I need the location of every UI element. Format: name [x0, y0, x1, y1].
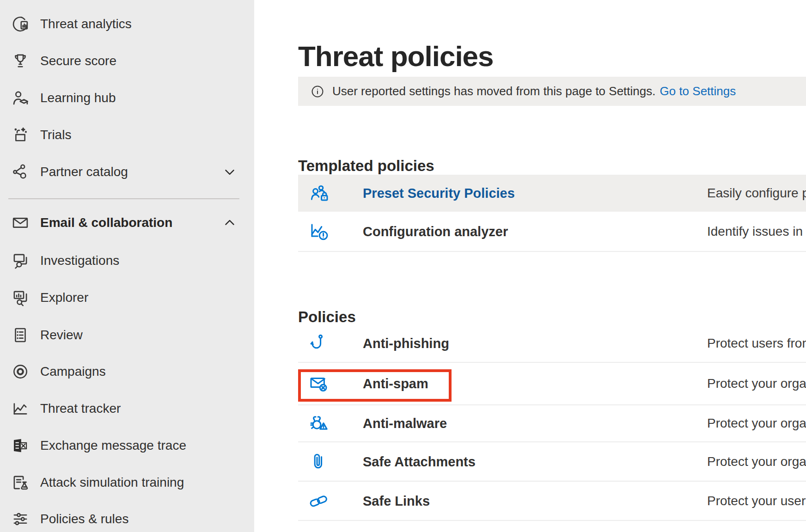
sidebar-item-label: Campaigns [40, 364, 106, 379]
sidebar-item-learning-hub[interactable]: Learning hub [0, 79, 254, 116]
sidebar-item-review[interactable]: Review [0, 317, 254, 354]
row-description: Protect your organiz [707, 376, 806, 391]
sidebar-item-label: Attack simulation training [40, 475, 184, 490]
banner-message: User reported settings has moved from th… [332, 84, 655, 98]
sidebar-divider [8, 198, 239, 199]
anti-malware-label[interactable]: Anti-malware [363, 416, 447, 431]
row-safe-attachments[interactable]: Safe Attachments Protect your organiz [298, 442, 806, 482]
anti-spam-label[interactable]: Anti-spam [363, 376, 428, 391]
explorer-icon [10, 287, 31, 308]
sidebar-item-campaigns[interactable]: Campaigns [0, 353, 254, 390]
sidebar-item-label: Threat tracker [40, 401, 121, 416]
row-anti-malware[interactable]: Anti-malware Protect your organiz [298, 405, 806, 442]
configuration-analyzer-label[interactable]: Configuration analyzer [363, 224, 508, 239]
policies-heading: Policies [298, 308, 356, 326]
sidebar-item-exchange-message-trace[interactable]: Exchange message trace [0, 427, 254, 464]
trophy-icon [10, 51, 31, 71]
exchange-icon [10, 435, 31, 456]
chevron-down-icon[interactable] [222, 164, 238, 180]
sidebar-item-label: Explorer [40, 290, 88, 305]
campaigns-icon [10, 361, 31, 382]
safe-links-label[interactable]: Safe Links [363, 493, 430, 508]
sidebar-group-label: Email & collaboration [40, 215, 172, 230]
row-anti-phishing[interactable]: Anti-phishing Protect users from p [298, 325, 806, 363]
row-description: Protect your organiz [707, 454, 806, 469]
sidebar-item-attack-simulation-training[interactable]: Attack simulation training [0, 464, 254, 501]
anti-phishing-label[interactable]: Anti-phishing [363, 336, 449, 351]
sidebar-item-threat-tracker[interactable]: Threat tracker [0, 390, 254, 427]
sidebar-item-policies-and-rules[interactable]: Policies & rules [0, 501, 254, 532]
sidebar-item-trials[interactable]: Trials [0, 116, 254, 153]
learning-hub-icon [10, 88, 31, 108]
row-description: Easily configure prot [707, 186, 806, 201]
safe-links-icon [308, 490, 330, 512]
sliders-icon [10, 509, 31, 529]
attack-simulation-icon [10, 472, 31, 493]
sidebar-item-label: Review [40, 328, 83, 342]
sidebar-item-label: Investigations [40, 253, 119, 268]
sidebar-item-explorer[interactable]: Explorer [0, 279, 254, 316]
investigations-icon [10, 251, 31, 271]
info-icon [310, 84, 325, 99]
sidebar-item-threat-analytics[interactable]: Threat analytics [0, 6, 254, 43]
row-description: Protect your users fr [707, 494, 806, 508]
sidebar-item-label: Learning hub [40, 91, 116, 105]
partner-catalog-icon [10, 162, 31, 182]
row-description: Identify issues in yo [707, 224, 806, 239]
safe-attachments-label[interactable]: Safe Attachments [363, 454, 476, 469]
sidebar-item-label: Threat analytics [40, 17, 132, 31]
sidebar-item-investigations[interactable]: Investigations [0, 242, 254, 279]
page-title: Threat policies [298, 41, 494, 72]
sidebar-item-label: Policies & rules [40, 512, 128, 526]
sidebar-item-label: Partner catalog [40, 165, 128, 179]
anti-spam-icon [308, 373, 330, 395]
sidebar-item-label: Secure score [40, 54, 116, 68]
anti-phishing-icon [308, 332, 330, 355]
trials-icon [10, 125, 31, 145]
row-safe-links[interactable]: Safe Links Protect your users fr [298, 482, 806, 521]
info-banner: User reported settings has moved from th… [298, 77, 806, 106]
preset-security-icon [308, 182, 330, 204]
threat-policies-page: Threat analytics Secure score [0, 0, 806, 532]
preset-security-policies-link[interactable]: Preset Security Policies [363, 186, 515, 201]
row-configuration-analyzer[interactable]: Configuration analyzer Identify issues i… [298, 212, 806, 252]
row-preset-security-policies[interactable]: Preset Security Policies Easily configur… [298, 175, 806, 212]
threat-analytics-icon [10, 14, 31, 34]
anti-malware-icon [308, 412, 330, 434]
row-description: Protect users from p [707, 336, 806, 351]
sidebar-item-label: Exchange message trace [40, 438, 186, 453]
row-description: Protect your organiz [707, 416, 806, 431]
sidebar-item-secure-score[interactable]: Secure score [0, 43, 254, 79]
threat-tracker-icon [10, 398, 31, 419]
sidebar-item-partner-catalog[interactable]: Partner catalog [0, 153, 254, 190]
configuration-analyzer-icon [308, 220, 330, 243]
left-navigation-sidebar: Threat analytics Secure score [0, 0, 254, 532]
paperclip-icon [308, 451, 330, 473]
go-to-settings-link[interactable]: Go to Settings [659, 84, 736, 98]
chevron-up-icon[interactable] [222, 215, 238, 231]
sidebar-item-label: Trials [40, 128, 71, 142]
mail-icon [10, 213, 31, 233]
row-anti-spam[interactable]: Anti-spam Protect your organiz [298, 363, 806, 405]
templated-policies-heading: Templated policies [298, 157, 434, 175]
sidebar-group-email-collaboration[interactable]: Email & collaboration [0, 204, 254, 241]
review-icon [10, 325, 31, 345]
